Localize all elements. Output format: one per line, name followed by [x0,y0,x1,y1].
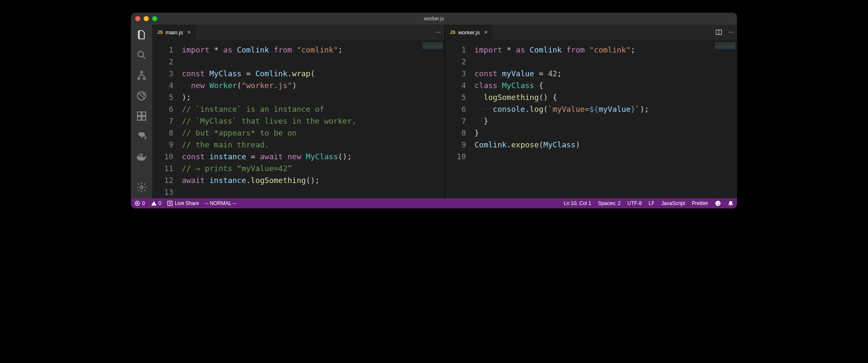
svg-point-18 [715,201,721,206]
svg-point-2 [138,78,140,80]
svg-rect-7 [142,116,146,120]
editor-group-left: JS main.js × ··· 12345678910111213 impor… [152,25,445,198]
warning-count: 0 [159,200,161,206]
traffic-lights [135,16,157,21]
status-errors[interactable]: 0 [134,200,145,206]
tab-label: worker.js [458,29,480,36]
titlebar[interactable]: worker.js [131,13,737,25]
minimap[interactable] [423,42,443,50]
status-eol[interactable]: LF [648,200,654,206]
code-editor-left[interactable]: 12345678910111213 import * as Comlink fr… [152,40,445,198]
tabs-bar-right: JS worker.js × ··· [445,25,737,40]
explorer-icon[interactable] [136,29,147,41]
extensions-icon[interactable] [136,110,147,122]
status-feedback-icon[interactable] [715,200,721,206]
split-editor-icon[interactable] [715,29,722,36]
more-actions-icon[interactable]: ··· [728,28,734,36]
search-icon[interactable] [136,49,147,61]
svg-rect-11 [141,156,143,158]
svg-rect-10 [139,156,141,158]
maximize-window-button[interactable] [152,16,157,21]
line-gutter: 12345678910 [445,44,475,198]
status-bar: 0 0 Live Share -- NORMAL -- Ln 10, Col 1… [131,198,737,208]
main-area: JS main.js × ··· 12345678910111213 impor… [131,25,737,198]
debug-icon[interactable] [136,90,147,102]
code-editor-right[interactable]: 12345678910 import * as Comlink from "co… [445,40,737,198]
close-window-button[interactable] [135,16,140,21]
close-icon[interactable]: × [187,29,191,36]
vim-mode-label: -- NORMAL -- [205,200,236,206]
svg-rect-17 [168,201,172,206]
line-gutter: 12345678910111213 [152,44,182,198]
status-bell-icon[interactable] [728,200,734,206]
svg-point-19 [717,202,718,203]
svg-rect-5 [137,112,141,116]
tab-main-js[interactable]: JS main.js × [152,25,196,40]
status-liveshare[interactable]: Live Share [167,200,199,206]
error-count: 0 [142,200,145,206]
minimap[interactable] [715,42,735,50]
tabs-bar-left: JS main.js × ··· [152,25,445,40]
status-vim-mode: -- NORMAL -- [205,200,236,206]
svg-point-3 [143,78,145,80]
window-title: worker.js [424,16,444,22]
svg-rect-13 [141,154,143,155]
tab-worker-js[interactable]: JS worker.js × [445,25,493,40]
svg-rect-9 [137,156,139,158]
more-actions-icon[interactable]: ··· [435,28,441,36]
code-content[interactable]: import * as Comlink from "comlink"; cons… [475,44,737,198]
svg-rect-12 [139,154,141,155]
docker-icon[interactable] [136,151,147,163]
svg-point-0 [138,51,143,57]
svg-point-1 [141,71,143,73]
status-encoding[interactable]: UTF-8 [627,200,642,206]
status-language[interactable]: JavaScript [661,200,685,206]
status-indent[interactable]: Spaces: 2 [598,200,620,206]
editor-group-right: JS worker.js × ··· 12345678910 import * … [445,25,737,198]
status-formatter[interactable]: Prettier [692,200,708,206]
minimize-window-button[interactable] [144,16,149,21]
liveshare-label: Live Share [175,200,199,206]
vscode-window: worker.js [131,13,737,208]
js-file-icon: JS [157,30,163,35]
source-control-icon[interactable] [136,69,147,81]
liveshare-icon[interactable] [136,130,147,142]
svg-rect-8 [142,112,146,116]
js-file-icon: JS [450,30,456,35]
activity-bar [131,25,152,198]
svg-point-14 [140,186,143,189]
settings-gear-icon[interactable] [136,181,147,193]
svg-rect-6 [137,116,141,120]
tab-label: main.js [165,29,183,36]
svg-point-20 [718,202,719,203]
close-icon[interactable]: × [484,29,487,36]
status-warnings[interactable]: 0 [151,200,161,206]
code-content[interactable]: import * as Comlink from "comlink"; cons… [182,44,445,198]
status-cursor[interactable]: Ln 10, Col 1 [564,200,591,206]
